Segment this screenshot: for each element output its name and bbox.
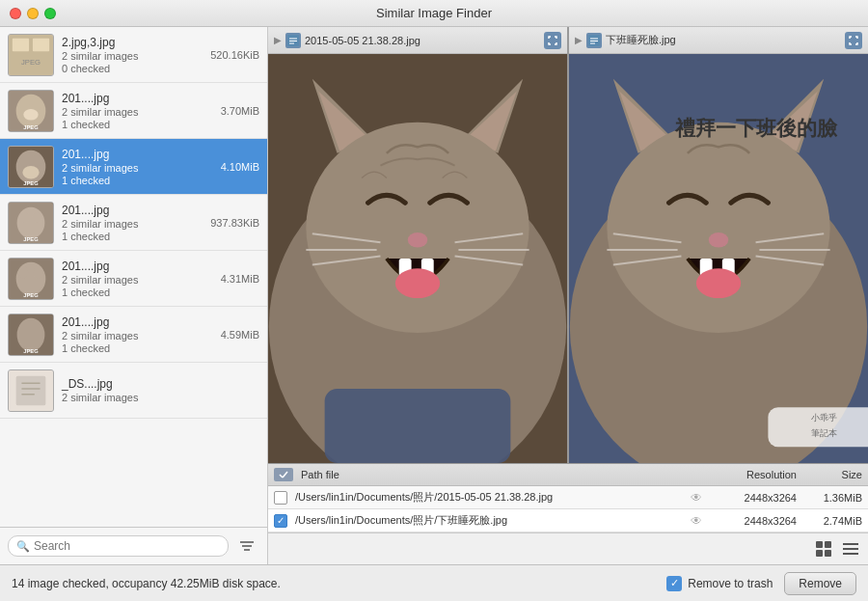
svg-point-24 xyxy=(34,265,43,278)
list-item[interactable]: JPEG 201....jpg 2 similar images 1 check… xyxy=(0,307,267,363)
image-pane-left: ▶ 2015-05-05 21.38.28.jpg xyxy=(268,27,567,463)
svg-point-69 xyxy=(607,123,829,333)
close-button[interactable] xyxy=(10,8,21,19)
svg-rect-2 xyxy=(33,38,49,50)
table-bottom-row xyxy=(268,533,868,564)
item-checked: 1 checked xyxy=(62,119,221,130)
row-resolution-1: 2448x3264 xyxy=(710,492,797,504)
header-resolution: Resolution xyxy=(710,469,797,480)
window-controls xyxy=(10,8,56,19)
remove-button[interactable]: Remove xyxy=(784,572,856,595)
svg-point-13 xyxy=(33,153,42,166)
row-resolution-2: 2448x3264 xyxy=(710,515,797,527)
svg-point-7 xyxy=(33,97,42,110)
maximize-button[interactable] xyxy=(44,8,56,19)
row-checkbox-1[interactable] xyxy=(274,491,287,505)
row-checkbox-2[interactable] xyxy=(274,514,287,528)
svg-point-48 xyxy=(408,232,428,247)
svg-point-12 xyxy=(20,153,30,166)
svg-point-70 xyxy=(709,232,729,247)
header-size: Size xyxy=(804,469,862,480)
sidebar: JPEG 2.jpg,3.jpg 2 similar images 0 chec… xyxy=(0,27,268,564)
expand-right-button[interactable] xyxy=(845,32,862,49)
item-checked: 1 checked xyxy=(62,175,221,186)
item-size: 4.31MiB xyxy=(221,273,259,285)
sidebar-list: JPEG 2.jpg,3.jpg 2 similar images 0 chec… xyxy=(0,27,267,527)
right-panel: ▶ 2015-05-05 21.38.28.jpg xyxy=(268,27,868,564)
svg-point-14 xyxy=(22,166,39,178)
item-info: 201....jpg 2 similar images 1 checked xyxy=(62,260,221,298)
image-pane-right: ▶ 下班睡死臉.jpg xyxy=(567,27,868,463)
row-size-1: 1.36MiB xyxy=(804,492,862,504)
list-item-active[interactable]: JPEG 201....jpg 2 similar images 1 check… xyxy=(0,139,267,195)
svg-text:JPEG: JPEG xyxy=(21,57,41,66)
item-similar: 2 similar images xyxy=(62,50,210,62)
header-path: Path file xyxy=(301,469,702,480)
cat-image-left xyxy=(268,54,567,463)
item-similar: 2 similar images xyxy=(62,392,259,403)
thumbnail: JPEG xyxy=(8,258,54,300)
minimize-button[interactable] xyxy=(27,8,39,19)
svg-point-17 xyxy=(17,206,45,238)
svg-rect-89 xyxy=(825,550,831,557)
thumbnail: JPEG xyxy=(8,314,54,356)
item-filename: 201....jpg xyxy=(62,260,221,273)
item-similar: 2 similar images xyxy=(62,274,221,286)
list-item[interactable]: JPEG 2.jpg,3.jpg 2 similar images 0 chec… xyxy=(0,27,267,83)
item-similar: 2 similar images xyxy=(62,218,210,230)
image-tab-right: ▶ 下班睡死臉.jpg xyxy=(569,27,868,54)
cat-image-right: 禮拜一下班後的臉 小乖乎 筆記本 xyxy=(569,54,868,463)
svg-rect-88 xyxy=(816,550,823,557)
eye-icon-1[interactable]: 👁 xyxy=(691,491,702,505)
item-info: _DS....jpg 2 similar images xyxy=(62,377,259,403)
image-preview-area: ▶ 2015-05-05 21.38.28.jpg xyxy=(268,27,868,463)
expand-left-button[interactable] xyxy=(544,32,561,49)
list-view-button[interactable] xyxy=(839,537,862,560)
thumbnail: JPEG xyxy=(8,90,54,132)
svg-text:JPEG: JPEG xyxy=(23,348,39,354)
svg-point-18 xyxy=(20,211,30,223)
item-filename: _DS....jpg xyxy=(62,377,259,391)
item-checked: 1 checked xyxy=(62,287,221,298)
eye-icon-2[interactable]: 👁 xyxy=(691,514,702,528)
svg-text:筆記本: 筆記本 xyxy=(811,428,837,438)
item-info: 2.jpg,3.jpg 2 similar images 0 checked xyxy=(62,36,210,74)
search-box: 🔍 xyxy=(8,535,229,557)
table-area: Path file Resolution Size /Users/lin1in/… xyxy=(268,463,868,564)
svg-point-22 xyxy=(16,261,46,295)
item-info: 201....jpg 2 similar images 1 checked xyxy=(62,315,221,354)
item-filename: 201....jpg xyxy=(62,148,221,161)
thumbnail: JPEG xyxy=(8,202,54,244)
list-item[interactable]: JPEG 201....jpg 2 similar images 1 check… xyxy=(0,83,267,139)
header-check xyxy=(274,468,293,481)
svg-rect-58 xyxy=(325,389,511,463)
filter-button[interactable] xyxy=(234,533,259,559)
item-checked: 1 checked xyxy=(62,231,210,242)
svg-rect-30 xyxy=(16,375,46,405)
item-filename: 2.jpg,3.jpg xyxy=(62,36,210,49)
svg-point-47 xyxy=(306,123,529,333)
item-similar: 2 similar images xyxy=(62,162,221,174)
table-row: /Users/lin1in/Documents/照片/2015-05-05 21… xyxy=(268,486,868,509)
svg-line-85 xyxy=(283,472,287,478)
bottom-bar: 14 image checked, occupancy 42.25MiB dis… xyxy=(0,564,868,601)
list-item[interactable]: JPEG 201....jpg 2 similar images 1 check… xyxy=(0,195,267,251)
svg-point-73 xyxy=(696,268,741,298)
thumbnail: JPEG xyxy=(8,146,54,188)
remove-to-trash-checkbox[interactable] xyxy=(666,576,682,591)
table-header: Path file Resolution Size xyxy=(268,464,868,486)
svg-rect-1 xyxy=(13,38,29,50)
search-icon: 🔍 xyxy=(16,540,30,553)
item-size: 4.59MiB xyxy=(221,329,259,341)
left-filename: 2015-05-05 21.38.28.jpg xyxy=(305,35,540,46)
list-item[interactable]: JPEG 201....jpg 2 similar images 1 check… xyxy=(0,251,267,307)
svg-text:JPEG: JPEG xyxy=(23,236,39,242)
svg-text:小乖乎: 小乖乎 xyxy=(811,413,837,423)
search-input[interactable] xyxy=(34,539,220,553)
item-filename: 201....jpg xyxy=(62,315,221,329)
list-item[interactable]: _DS....jpg 2 similar images xyxy=(0,363,267,419)
grid-view-button[interactable] xyxy=(812,537,835,560)
right-arrow-icon: ▶ xyxy=(575,35,583,45)
main-container: JPEG 2.jpg,3.jpg 2 similar images 0 chec… xyxy=(0,27,868,564)
item-size: 520.16KiB xyxy=(210,49,259,61)
